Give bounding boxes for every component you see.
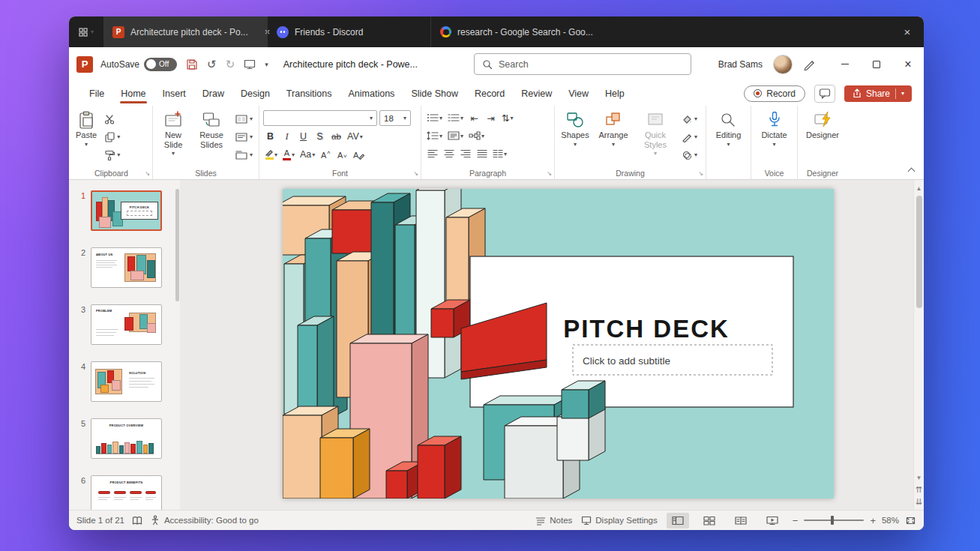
paragraph-dialog-launcher[interactable]: ↘ bbox=[547, 170, 552, 177]
zoom-slider-handle[interactable] bbox=[831, 516, 834, 525]
shape-outline-button[interactable]: ▾ bbox=[679, 129, 700, 145]
ribbon-tab-help[interactable]: Help bbox=[597, 84, 633, 103]
quick-styles-button[interactable]: Quick Styles ▾ bbox=[635, 107, 676, 157]
editing-button[interactable]: Editing ▾ bbox=[715, 107, 743, 148]
thumbnail-preview-4[interactable]: SOLUTION bbox=[91, 361, 162, 402]
redo-icon[interactable]: ↻ bbox=[226, 58, 235, 70]
thumbnail-preview-5[interactable]: PRODUCT OVERVIEW bbox=[91, 418, 162, 459]
ink-pen-icon[interactable] bbox=[803, 58, 816, 70]
display-settings-button[interactable]: Display Settings bbox=[581, 516, 657, 526]
strikethrough-button[interactable]: ab bbox=[329, 129, 343, 144]
text-direction-button[interactable]: ⇅▾ bbox=[500, 110, 515, 125]
clipboard-dialog-launcher[interactable]: ↘ bbox=[145, 170, 150, 177]
ribbon-tab-insert[interactable]: Insert bbox=[154, 84, 194, 103]
font-size-combo[interactable]: 18▾ bbox=[379, 110, 411, 126]
reset-slide-button[interactable]: ▾ bbox=[233, 129, 255, 145]
maximize-button[interactable] bbox=[861, 47, 892, 81]
user-avatar[interactable] bbox=[773, 55, 793, 74]
slide-subtitle-placeholder-text[interactable]: Click to add subtitle bbox=[583, 355, 670, 367]
copy-button[interactable]: ▾ bbox=[102, 129, 122, 145]
font-color-button[interactable]: A▾ bbox=[281, 147, 296, 162]
tab-discord[interactable]: Friends - Discord bbox=[267, 16, 430, 47]
zoom-out-button[interactable]: − bbox=[793, 515, 799, 526]
format-painter-button[interactable]: ▾ bbox=[102, 147, 122, 163]
ribbon-tab-design[interactable]: Design bbox=[232, 84, 278, 103]
thumbnail-item-2[interactable]: 2 ABOUT US bbox=[76, 247, 180, 288]
slide-sorter-view-button[interactable] bbox=[698, 513, 721, 529]
zoom-in-button[interactable]: + bbox=[870, 515, 876, 526]
scrollbar-thumb[interactable] bbox=[916, 196, 922, 308]
decrease-indent-button[interactable]: ⇤ bbox=[467, 110, 481, 125]
thumbnail-preview-2[interactable]: ABOUT US bbox=[91, 247, 162, 288]
font-name-combo[interactable]: ▾ bbox=[263, 110, 377, 126]
numbering-button[interactable]: ▾ bbox=[446, 110, 465, 125]
thumbnail-preview-3[interactable]: PROBLEM bbox=[91, 304, 162, 345]
ribbon-tab-slideshow[interactable]: Slide Show bbox=[403, 84, 466, 103]
ribbon-tab-record[interactable]: Record bbox=[466, 84, 513, 103]
change-case-button[interactable]: Aa▾ bbox=[298, 147, 316, 162]
tabstrip-close-button[interactable]: × bbox=[891, 16, 924, 47]
columns-button[interactable]: ▾ bbox=[491, 146, 508, 161]
line-spacing-button[interactable]: ▾ bbox=[425, 128, 444, 143]
underline-button[interactable]: U bbox=[296, 129, 310, 144]
thumbnail-item-4[interactable]: 4 SOLUTION bbox=[76, 361, 180, 402]
thumbnail-preview-6[interactable]: PRODUCT BENEFITS bbox=[91, 475, 162, 510]
reading-view-button[interactable] bbox=[730, 513, 752, 529]
accessibility-checker[interactable]: Accessibility: Good to go bbox=[150, 515, 259, 526]
tab-powerpoint[interactable]: P Architecture pitch deck - Po... × bbox=[103, 16, 267, 47]
italic-button[interactable]: I bbox=[280, 129, 294, 144]
vertical-scrollbar[interactable]: ▲ ▼ ⇈ ⇊ bbox=[913, 180, 924, 510]
designer-button[interactable]: Designer bbox=[805, 107, 841, 140]
notes-button[interactable]: Notes bbox=[535, 516, 572, 526]
increase-indent-button[interactable]: ⇥ bbox=[484, 110, 498, 125]
align-center-button[interactable] bbox=[442, 146, 456, 161]
bold-button[interactable]: B bbox=[263, 129, 277, 144]
smartart-button[interactable]: ▾ bbox=[467, 128, 486, 143]
ribbon-tab-draw[interactable]: Draw bbox=[194, 84, 232, 103]
ribbon-tab-view[interactable]: View bbox=[560, 84, 597, 103]
search-box[interactable]: Search bbox=[474, 53, 691, 75]
close-button[interactable]: × bbox=[892, 47, 924, 81]
zoom-level[interactable]: 58% bbox=[882, 516, 899, 525]
comments-button[interactable] bbox=[814, 85, 835, 103]
previous-slide-button[interactable]: ⇈ bbox=[914, 484, 924, 496]
decrease-font-button[interactable]: A˅ bbox=[335, 147, 349, 162]
drawing-dialog-launcher[interactable]: ↘ bbox=[698, 170, 703, 177]
ribbon-tab-animations[interactable]: Animations bbox=[340, 84, 403, 103]
arrange-button[interactable]: Arrange ▾ bbox=[595, 107, 631, 148]
shape-fill-button[interactable]: ▾ bbox=[679, 111, 700, 127]
current-slide[interactable]: PITCH DECK Click to add subtitle bbox=[283, 189, 834, 499]
ribbon-tab-transitions[interactable]: Transitions bbox=[278, 84, 340, 103]
slide-layout-button[interactable]: ▾ bbox=[233, 111, 255, 127]
autosave-toggle[interactable]: Off bbox=[144, 58, 177, 71]
share-button[interactable]: Share ▾ bbox=[844, 85, 912, 102]
scroll-down-arrow[interactable]: ▼ bbox=[914, 472, 924, 484]
collapse-ribbon-button[interactable] bbox=[906, 165, 916, 174]
justify-button[interactable] bbox=[475, 146, 489, 161]
customize-qat-chevron[interactable]: ▾ bbox=[265, 61, 268, 68]
user-name[interactable]: Brad Sams bbox=[718, 59, 763, 70]
zoom-slider[interactable] bbox=[804, 520, 864, 521]
powerpoint-app-icon[interactable]: P bbox=[76, 56, 93, 73]
normal-view-button[interactable] bbox=[667, 513, 689, 529]
cut-button[interactable] bbox=[102, 111, 122, 127]
shapes-button[interactable]: Shapes ▾ bbox=[559, 107, 592, 148]
record-button[interactable]: Record bbox=[744, 85, 805, 102]
ribbon-tab-home[interactable]: Home bbox=[112, 84, 154, 103]
panel-scrollbar-thumb[interactable] bbox=[175, 189, 179, 301]
minimize-button[interactable] bbox=[829, 47, 861, 81]
bullets-button[interactable]: ▾ bbox=[425, 110, 444, 125]
align-text-button[interactable]: ▾ bbox=[446, 128, 465, 143]
ribbon-tab-review[interactable]: Review bbox=[513, 84, 560, 103]
section-button[interactable]: ▾ bbox=[233, 147, 255, 163]
ribbon-tab-file[interactable]: File bbox=[81, 84, 112, 103]
tab-google-search[interactable]: research - Google Search - Goo... bbox=[430, 16, 655, 47]
thumbnail-item-6[interactable]: 6 PRODUCT BENEFITS bbox=[76, 475, 180, 510]
slide-title-text[interactable]: PITCH DECK bbox=[563, 315, 730, 343]
thumbnail-item-1[interactable]: 1 PITCH DECK bbox=[76, 190, 180, 231]
new-slide-button[interactable]: New Slide ▾ bbox=[157, 107, 190, 157]
next-slide-button[interactable]: ⇊ bbox=[914, 496, 924, 508]
thumbnail-item-3[interactable]: 3 PROBLEM bbox=[76, 304, 180, 345]
text-highlight-button[interactable]: ▾ bbox=[263, 147, 279, 162]
dictate-button[interactable]: Dictate ▾ bbox=[760, 107, 788, 148]
